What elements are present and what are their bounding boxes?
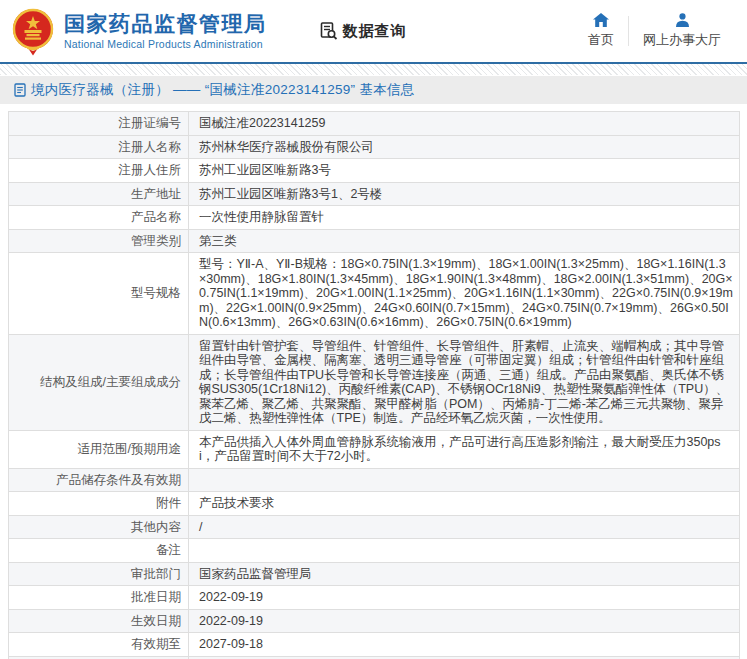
table-row: 批准日期2022-09-19	[9, 586, 740, 610]
row-label: 备注	[9, 539, 189, 563]
nav-home[interactable]: 首页	[574, 13, 628, 49]
row-value: 第三类	[189, 229, 740, 253]
row-label: 适用范围/预期用途	[9, 430, 189, 468]
table-row: 产品储存条件及有效期	[9, 468, 740, 492]
table-row: 生效日期2022-09-19	[9, 609, 740, 633]
row-label: 生效日期	[9, 609, 189, 633]
home-icon	[593, 13, 609, 27]
agency-name-en: National Medical Products Administration	[64, 38, 267, 50]
row-value: 2022-09-19	[189, 609, 740, 633]
data-query-label: 数据查询	[343, 22, 407, 41]
table-row: 注册人名称苏州林华医疗器械股份有限公司	[9, 135, 740, 159]
row-label: 结构及组成/主要组成成分	[9, 334, 189, 430]
table-row: 注册人住所苏州工业园区唯新路3号	[9, 159, 740, 183]
row-value: 苏州林华医疗器械股份有限公司	[189, 135, 740, 159]
table-row: 管理类别第三类	[9, 229, 740, 253]
table-row: 结构及组成/主要组成成分留置针由针管护套、导管组件、针管组件、长导管组件、肝素帽…	[9, 334, 740, 430]
top-nav: 首页 网上办事大厅	[574, 13, 735, 49]
nav-data-query[interactable]: 数据查询	[319, 21, 407, 41]
row-value: 留置针由针管护套、导管组件、针管组件、长导管组件、肝素帽、止流夹、端帽构成；其中…	[189, 334, 740, 430]
row-label: 注册人住所	[9, 159, 189, 183]
row-label: 有效期至	[9, 633, 189, 657]
table-row: 生产地址苏州工业园区唯新路3号1、2号楼	[9, 182, 740, 206]
nav-online-hall-label: 网上办事大厅	[643, 31, 721, 49]
table-row: 注册证编号国械注准20223141259	[9, 112, 740, 136]
row-label: 管理类别	[9, 229, 189, 253]
row-label: 型号规格	[9, 253, 189, 335]
row-value: 型号：YⅡ-A、YⅡ-B规格：18G×0.75IN(1.3×19mm)、18G×…	[189, 253, 740, 335]
info-table-body: 注册证编号国械注准20223141259注册人名称苏州林华医疗器械股份有限公司注…	[9, 112, 740, 659]
page-title-bar: 境内医疗器械（注册） —— “国械注准20223141259” 基本信息	[0, 76, 747, 104]
table-row: 备注	[9, 539, 740, 563]
user-icon	[675, 13, 690, 27]
national-emblem-icon	[12, 6, 54, 56]
table-row: 审批部门国家药品监督管理局	[9, 562, 740, 586]
table-row: 产品名称一次性使用静脉留置针	[9, 206, 740, 230]
table-row: 有效期至2027-09-18	[9, 633, 740, 657]
hatch-band	[0, 64, 747, 75]
row-value: 2022-09-19	[189, 586, 740, 610]
row-label: 其他内容	[9, 515, 189, 539]
row-value: /	[189, 515, 740, 539]
data-query-icon	[319, 21, 339, 41]
nav-home-label: 首页	[588, 31, 614, 49]
table-row: 型号规格型号：YⅡ-A、YⅡ-B规格：18G×0.75IN(1.3×19mm)、…	[9, 253, 740, 335]
row-value	[189, 539, 740, 563]
row-label: 生产地址	[9, 182, 189, 206]
info-table: 注册证编号国械注准20223141259注册人名称苏州林华医疗器械股份有限公司注…	[8, 111, 740, 659]
row-label: 附件	[9, 492, 189, 516]
row-label: 审批部门	[9, 562, 189, 586]
row-label: 注册人名称	[9, 135, 189, 159]
document-icon	[14, 83, 26, 97]
row-label: 批准日期	[9, 586, 189, 610]
row-value	[189, 468, 740, 492]
row-label: 产品储存条件及有效期	[9, 468, 189, 492]
agency-name-cn: 国家药品监督管理局	[64, 12, 267, 36]
table-row: 适用范围/预期用途本产品供插入人体外周血管静脉系统输液用，产品可进行高压造影剂输…	[9, 430, 740, 468]
row-value: 国械注准20223141259	[189, 112, 740, 136]
row-value: 苏州工业园区唯新路3号	[189, 159, 740, 183]
table-row: 其他内容/	[9, 515, 740, 539]
row-label: 产品名称	[9, 206, 189, 230]
row-label: 注册证编号	[9, 112, 189, 136]
agency-logo: 国家药品监督管理局 National Medical Products Admi…	[12, 6, 267, 56]
table-row: 附件产品技术要求	[9, 492, 740, 516]
row-value: 苏州工业园区唯新路3号1、2号楼	[189, 182, 740, 206]
row-value: 本产品供插入人体外周血管静脉系统输液用，产品可进行高压造影剂输注，最大耐受压力3…	[189, 430, 740, 468]
page-title: 境内医疗器械（注册） —— “国械注准20223141259” 基本信息	[31, 81, 415, 99]
nav-online-hall[interactable]: 网上办事大厅	[629, 13, 735, 49]
row-value: 国家药品监督管理局	[189, 562, 740, 586]
site-header: 国家药品监督管理局 National Medical Products Admi…	[0, 0, 747, 62]
row-value: 2027-09-18	[189, 633, 740, 657]
row-value: 产品技术要求	[189, 492, 740, 516]
row-value: 一次性使用静脉留置针	[189, 206, 740, 230]
